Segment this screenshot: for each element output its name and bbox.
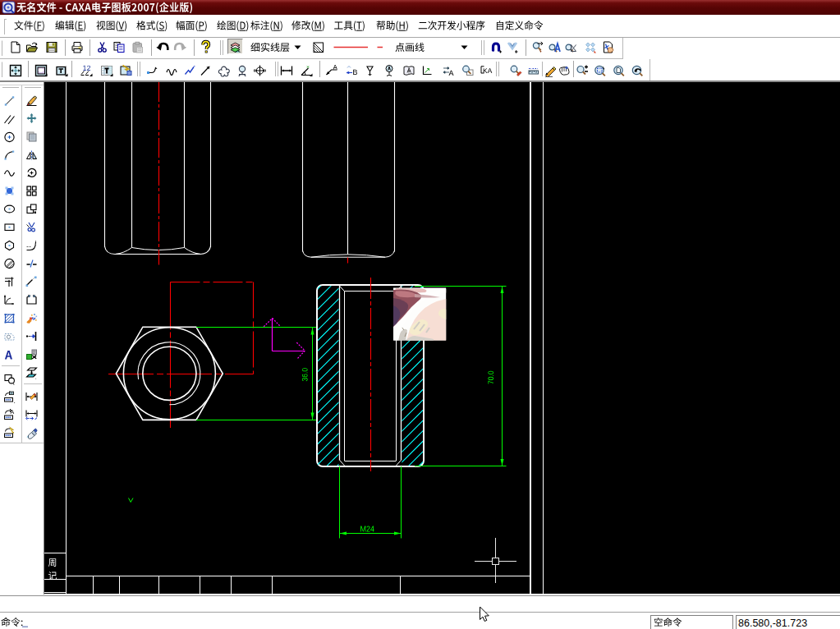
svg-text:86.580,-81.723: 86.580,-81.723	[738, 618, 807, 629]
